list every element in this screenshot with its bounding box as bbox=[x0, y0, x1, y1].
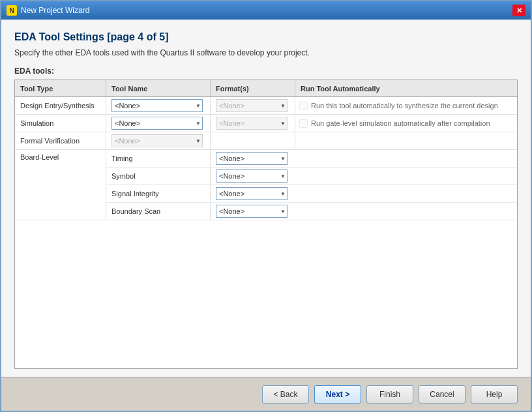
board-item-signal-integrity: Signal Integrity <None> ▼ bbox=[106, 185, 517, 203]
board-item-symbol: Symbol <None> ▼ bbox=[106, 168, 517, 185]
window-title: New Project Wizard bbox=[21, 6, 89, 15]
board-item-format-symbol: <None> ▼ bbox=[211, 168, 517, 184]
board-level-section: Board-Level Timing <None> ▼ bbox=[15, 150, 517, 220]
run-auto-cell-simulation: Run gate-level simulation automatically … bbox=[295, 115, 517, 132]
bottom-bar: < Back Next > Finish Cancel Help bbox=[1, 377, 531, 411]
run-auto-cell-design: Run this tool automatically to synthesiz… bbox=[295, 97, 517, 114]
run-auto-label-design: Run this tool automatically to synthesiz… bbox=[311, 102, 498, 110]
board-level-content: Timing <None> ▼ Symbol bbox=[106, 150, 517, 220]
board-item-format-timing: <None> ▼ bbox=[211, 150, 517, 167]
board-format-select-symbol[interactable]: <None> bbox=[216, 169, 288, 183]
board-item-timing: Timing <None> ▼ bbox=[106, 150, 517, 168]
board-item-boundary-scan: Boundary Scan <None> ▼ bbox=[106, 203, 517, 220]
board-format-select-timing[interactable]: <None> bbox=[216, 152, 288, 165]
help-button[interactable]: Help bbox=[471, 385, 518, 404]
main-window: N New Project Wizard ✕ EDA Tool Settings… bbox=[0, 0, 532, 412]
header-run-auto: Run Tool Automatically bbox=[295, 80, 517, 96]
table-row: Simulation <None> ▼ <None> bbox=[15, 115, 517, 132]
tool-name-select-wrapper-simulation: <None> ▼ bbox=[111, 117, 203, 130]
page-description: Specify the other EDA tools used with th… bbox=[14, 48, 518, 57]
header-tool-type: Tool Type bbox=[15, 80, 106, 96]
header-formats: Format(s) bbox=[211, 80, 295, 96]
table-header: Tool Type Tool Name Format(s) Run Tool A… bbox=[15, 80, 517, 97]
tool-type-design-entry: Design Entry/Synthesis bbox=[15, 97, 106, 114]
tool-type-formal-verification: Formal Verification bbox=[15, 132, 106, 149]
title-bar: N New Project Wizard ✕ bbox=[1, 1, 531, 20]
tool-name-select-formal: <None> bbox=[111, 134, 203, 147]
close-button[interactable]: ✕ bbox=[512, 5, 525, 16]
finish-button[interactable]: Finish bbox=[366, 385, 413, 404]
eda-tools-table: Tool Type Tool Name Format(s) Run Tool A… bbox=[14, 80, 518, 369]
board-item-format-signal-integrity: <None> ▼ bbox=[211, 185, 517, 202]
page-title: EDA Tool Settings [page 4 of 5] bbox=[14, 31, 518, 43]
table-row: Design Entry/Synthesis <None> ▼ <None> bbox=[15, 97, 517, 115]
board-item-name-boundary-scan: Boundary Scan bbox=[106, 203, 211, 220]
tool-name-select-simulation[interactable]: <None> bbox=[111, 117, 203, 130]
board-item-name-timing: Timing bbox=[106, 150, 211, 167]
format-select-simulation: <None> bbox=[216, 117, 288, 130]
section-label: EDA tools: bbox=[14, 66, 518, 76]
run-auto-checkbox-simulation bbox=[299, 119, 308, 128]
tool-type-simulation: Simulation bbox=[15, 115, 106, 132]
board-item-name-symbol: Symbol bbox=[106, 168, 211, 184]
format-select-wrapper-design: <None> ▼ bbox=[216, 99, 288, 112]
run-auto-label-simulation: Run gate-level simulation automatically … bbox=[311, 119, 490, 127]
header-tool-name: Tool Name bbox=[106, 80, 211, 96]
tool-type-board-level: Board-Level bbox=[15, 150, 106, 220]
cancel-button[interactable]: Cancel bbox=[419, 385, 466, 404]
run-auto-checkbox-design bbox=[299, 102, 308, 110]
tool-name-cell-design: <None> ▼ bbox=[106, 97, 211, 114]
format-cell-design: <None> ▼ bbox=[211, 97, 295, 114]
title-bar-left: N New Project Wizard bbox=[7, 5, 89, 16]
table-row: Formal Verification <None> ▼ bbox=[15, 132, 517, 150]
tool-name-select-design[interactable]: <None> bbox=[111, 99, 203, 112]
format-cell-simulation: <None> ▼ bbox=[211, 115, 295, 132]
format-select-design: <None> bbox=[216, 99, 288, 112]
board-item-format-boundary-scan: <None> ▼ bbox=[211, 203, 517, 220]
format-select-wrapper-simulation: <None> ▼ bbox=[216, 117, 288, 130]
board-format-select-boundary-scan[interactable]: <None> bbox=[216, 205, 288, 218]
tool-name-cell-simulation: <None> ▼ bbox=[106, 115, 211, 132]
back-button[interactable]: < Back bbox=[262, 385, 309, 404]
next-button[interactable]: Next > bbox=[314, 385, 361, 404]
tool-name-select-wrapper-formal: <None> ▼ bbox=[111, 134, 203, 147]
window-icon: N bbox=[7, 5, 17, 16]
run-auto-cell-formal bbox=[295, 132, 517, 149]
board-item-name-signal-integrity: Signal Integrity bbox=[106, 185, 211, 202]
tool-name-select-wrapper-design: <None> ▼ bbox=[111, 99, 203, 112]
content-area: EDA Tool Settings [page 4 of 5] Specify … bbox=[1, 20, 531, 377]
tool-name-cell-formal: <None> ▼ bbox=[106, 132, 211, 149]
format-cell-formal bbox=[211, 132, 295, 149]
board-format-select-signal-integrity[interactable]: <None> bbox=[216, 187, 288, 200]
